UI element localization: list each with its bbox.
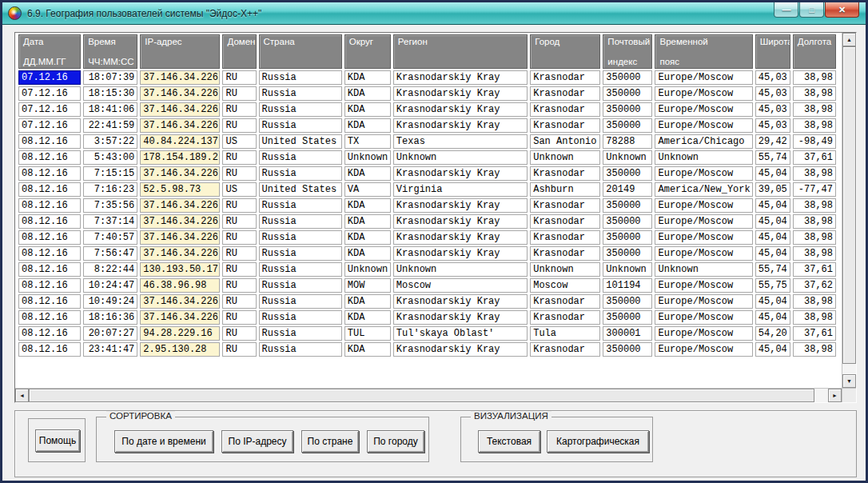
cell-country[interactable]: United States	[259, 182, 342, 197]
cell-date[interactable]: 08.12.16	[18, 310, 81, 325]
cell-lon[interactable]: 38,98	[793, 198, 836, 213]
cell-ip[interactable]: 37.146.34.226	[140, 230, 220, 245]
cell-district[interactable]: KDA	[344, 230, 391, 245]
cell-region[interactable]: Unknown	[393, 262, 528, 277]
horizontal-scrollbar[interactable]: ◄ ►	[15, 388, 842, 402]
cell-timezone[interactable]: America/New_York	[655, 182, 752, 197]
cell-lat[interactable]: 45,04	[755, 310, 790, 325]
cell-ip[interactable]: 130.193.50.17	[140, 262, 220, 277]
cell-date[interactable]: 08.12.16	[18, 166, 81, 181]
cell-postal[interactable]: 350000	[603, 86, 652, 101]
cell-time[interactable]: 7:35:56	[83, 198, 137, 213]
vertical-scroll-thumb[interactable]	[842, 46, 856, 364]
column-header-time[interactable]: ВремяЧЧ:ММ:СС	[83, 34, 137, 69]
cell-city[interactable]: Krasnodar	[530, 310, 600, 325]
vertical-scrollbar[interactable]: ▲ ▼	[842, 33, 856, 388]
close-button[interactable]: ✕	[825, 2, 859, 18]
cell-time[interactable]: 18:41:06	[83, 102, 137, 117]
cell-date[interactable]: 08.12.16	[18, 150, 81, 165]
cell-date[interactable]: 08.12.16	[18, 182, 81, 197]
cell-country[interactable]: Russia	[259, 102, 342, 117]
cell-postal[interactable]: 350000	[603, 102, 652, 117]
cell-time[interactable]: 7:16:23	[83, 182, 137, 197]
cell-city[interactable]: San Antonio	[530, 134, 600, 149]
cell-region[interactable]: Krasnodarskiy Kray	[393, 342, 528, 357]
cell-region[interactable]: Krasnodarskiy Kray	[393, 214, 528, 229]
cell-lon[interactable]: 38,98	[793, 70, 836, 85]
cell-time[interactable]: 7:56:47	[83, 246, 137, 261]
cell-domain[interactable]: RU	[222, 102, 256, 117]
cell-lat[interactable]: 55,74	[755, 262, 790, 277]
cell-domain[interactable]: RU	[222, 294, 256, 309]
cell-postal[interactable]: 350000	[603, 310, 652, 325]
cell-domain[interactable]: RU	[222, 310, 256, 325]
cell-domain[interactable]: RU	[222, 262, 256, 277]
cell-country[interactable]: Russia	[259, 150, 342, 165]
app-icon[interactable]	[8, 6, 22, 20]
cell-district[interactable]: KDA	[344, 166, 391, 181]
cell-lon[interactable]: 38,98	[793, 230, 836, 245]
cell-time[interactable]: 23:41:47	[83, 342, 137, 357]
cell-lat[interactable]: 45,04	[755, 214, 790, 229]
scroll-left-button[interactable]: ◄	[15, 389, 29, 402]
cell-domain[interactable]: RU	[222, 326, 256, 341]
cell-lon[interactable]: 38,98	[793, 86, 836, 101]
sort-by-ip-button[interactable]: По IP-адресу	[221, 430, 293, 453]
column-header-domain[interactable]: Домен	[222, 34, 256, 69]
cell-region[interactable]: Texas	[393, 134, 528, 149]
cell-date[interactable]: 08.12.16	[18, 342, 81, 357]
cell-country[interactable]: United States	[259, 134, 342, 149]
cell-lon[interactable]: 38,98	[793, 118, 836, 133]
text-visualization-button[interactable]: Текстовая	[478, 430, 540, 453]
cartographic-visualization-button[interactable]: Картографическая	[547, 430, 649, 453]
cell-time[interactable]: 18:16:36	[83, 310, 137, 325]
cell-domain[interactable]: RU	[222, 166, 256, 181]
cell-region[interactable]: Virginia	[393, 182, 528, 197]
cell-country[interactable]: Russia	[259, 118, 342, 133]
cell-date[interactable]: 07.12.16	[18, 70, 81, 85]
cell-domain[interactable]: RU	[222, 246, 256, 261]
cell-ip[interactable]: 37.146.34.226	[140, 214, 220, 229]
cell-country[interactable]: Russia	[259, 214, 342, 229]
cell-region[interactable]: Krasnodarskiy Kray	[393, 118, 528, 133]
cell-city[interactable]: Unknown	[530, 150, 600, 165]
cell-lon[interactable]: 38,98	[793, 246, 836, 261]
cell-lat[interactable]: 29,42	[755, 134, 790, 149]
cell-country[interactable]: Russia	[259, 294, 342, 309]
cell-postal[interactable]: 78288	[603, 134, 652, 149]
cell-lon[interactable]: 38,98	[793, 102, 836, 117]
cell-timezone[interactable]: Europe/Moscow	[655, 246, 752, 261]
column-header-ip[interactable]: IP-адрес	[140, 34, 220, 69]
cell-ip[interactable]: 37.146.34.226	[140, 102, 220, 117]
cell-country[interactable]: Russia	[259, 86, 342, 101]
cell-timezone[interactable]: Europe/Moscow	[655, 278, 752, 293]
cell-ip[interactable]: 46.38.96.98	[140, 278, 220, 293]
cell-postal[interactable]: 350000	[603, 342, 652, 357]
cell-region[interactable]: Krasnodarskiy Kray	[393, 246, 528, 261]
cell-postal[interactable]: 101194	[603, 278, 652, 293]
cell-lat[interactable]: 45,03	[755, 118, 790, 133]
cell-city[interactable]: Krasnodar	[530, 118, 600, 133]
cell-city[interactable]: Unknown	[530, 262, 600, 277]
cell-region[interactable]: Krasnodarskiy Kray	[393, 294, 528, 309]
cell-ip[interactable]: 2.95.130.28	[140, 342, 220, 357]
cell-date[interactable]: 08.12.16	[18, 278, 81, 293]
cell-district[interactable]: Unknown	[344, 262, 391, 277]
cell-country[interactable]: Russia	[259, 246, 342, 261]
cell-city[interactable]: Krasnodar	[530, 102, 600, 117]
cell-ip[interactable]: 37.146.34.226	[140, 86, 220, 101]
cell-lon[interactable]: 37,61	[793, 150, 836, 165]
cell-time[interactable]: 7:40:57	[83, 230, 137, 245]
cell-region[interactable]: Krasnodarskiy Kray	[393, 70, 528, 85]
cell-country[interactable]: Russia	[259, 262, 342, 277]
cell-domain[interactable]: US	[222, 134, 256, 149]
cell-timezone[interactable]: Europe/Moscow	[655, 294, 752, 309]
cell-postal[interactable]: 350000	[603, 166, 652, 181]
column-header-district[interactable]: Округ	[344, 34, 391, 69]
cell-time[interactable]: 10:24:47	[83, 278, 137, 293]
cell-time[interactable]: 7:15:15	[83, 166, 137, 181]
cell-date[interactable]: 07.12.16	[18, 118, 81, 133]
cell-postal[interactable]: 300001	[603, 326, 652, 341]
cell-date[interactable]: 07.12.16	[18, 86, 81, 101]
cell-ip[interactable]: 178.154.189.2	[140, 150, 220, 165]
